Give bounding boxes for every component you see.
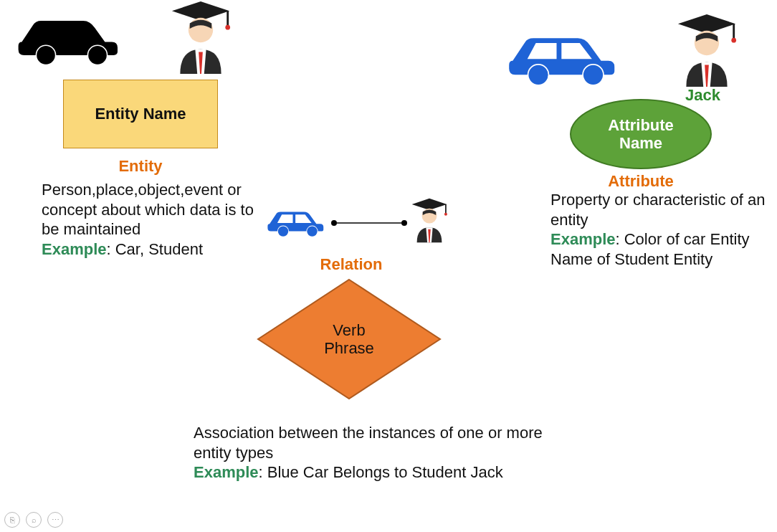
relation-shape-l1: Verb bbox=[333, 321, 365, 339]
attr-shape-l2: Name bbox=[619, 134, 662, 152]
attr-example-label: Example bbox=[550, 230, 616, 248]
entity-shape-label: Entity Name bbox=[95, 105, 186, 123]
attribute-title: Attribute bbox=[569, 172, 712, 191]
student-jack-icon bbox=[672, 13, 741, 91]
relation-shape-l2: Phrase bbox=[324, 339, 374, 357]
car-black-icon bbox=[11, 9, 126, 72]
svg-point-13 bbox=[278, 226, 288, 236]
svg-marker-8 bbox=[678, 14, 735, 34]
more-button[interactable]: ⋯ bbox=[47, 512, 63, 528]
car-blue-icon bbox=[502, 27, 624, 91]
zoom-button[interactable]: ⌕ bbox=[26, 512, 42, 528]
relation-example-text: : Blue Car Belongs to Student Jack bbox=[259, 463, 503, 481]
entity-rect-shape: Entity Name bbox=[63, 80, 218, 148]
relation-example-label: Example bbox=[194, 463, 259, 481]
svg-marker-2 bbox=[172, 1, 229, 21]
svg-rect-9 bbox=[733, 24, 735, 39]
student-black-icon bbox=[166, 0, 235, 78]
relation-desc-text: Association between the instances of one… bbox=[194, 424, 543, 462]
svg-point-1 bbox=[88, 46, 107, 65]
relation-title: Relation bbox=[280, 255, 423, 274]
svg-point-7 bbox=[583, 65, 603, 85]
svg-marker-18 bbox=[412, 199, 447, 210]
svg-point-0 bbox=[37, 46, 55, 65]
entity-title: Entity bbox=[63, 157, 218, 176]
svg-point-17 bbox=[401, 220, 407, 226]
entity-description: Person,place,object,event or concept abo… bbox=[42, 180, 264, 259]
student-small-icon bbox=[409, 197, 450, 247]
svg-rect-19 bbox=[445, 204, 447, 214]
svg-point-6 bbox=[528, 65, 548, 85]
attr-shape-l1: Attribute bbox=[608, 116, 674, 134]
svg-point-14 bbox=[307, 226, 317, 236]
svg-point-10 bbox=[731, 38, 736, 43]
svg-point-15 bbox=[331, 220, 337, 226]
bottom-toolbar: ⎘ ⌕ ⋯ bbox=[4, 512, 63, 528]
copy-button[interactable]: ⎘ bbox=[4, 512, 20, 528]
svg-point-4 bbox=[225, 25, 230, 30]
entity-example-label: Example bbox=[42, 240, 107, 258]
car-blue-small-icon bbox=[264, 204, 328, 243]
relation-diamond-text: Verb Phrase bbox=[257, 278, 442, 400]
svg-rect-3 bbox=[227, 11, 229, 26]
entity-example-text: : Car, Student bbox=[107, 240, 204, 258]
attribute-description: Property or characteristic of an entity … bbox=[550, 190, 773, 269]
entity-desc-text: Person,place,object,event or concept abo… bbox=[42, 181, 254, 238]
relation-description: Association between the instances of one… bbox=[194, 423, 545, 483]
attribute-ellipse-text: Attribute Name bbox=[569, 98, 712, 170]
svg-point-20 bbox=[444, 213, 447, 216]
relation-connector bbox=[330, 216, 409, 230]
attr-desc-text: Property or characteristic of an entity bbox=[550, 191, 766, 229]
